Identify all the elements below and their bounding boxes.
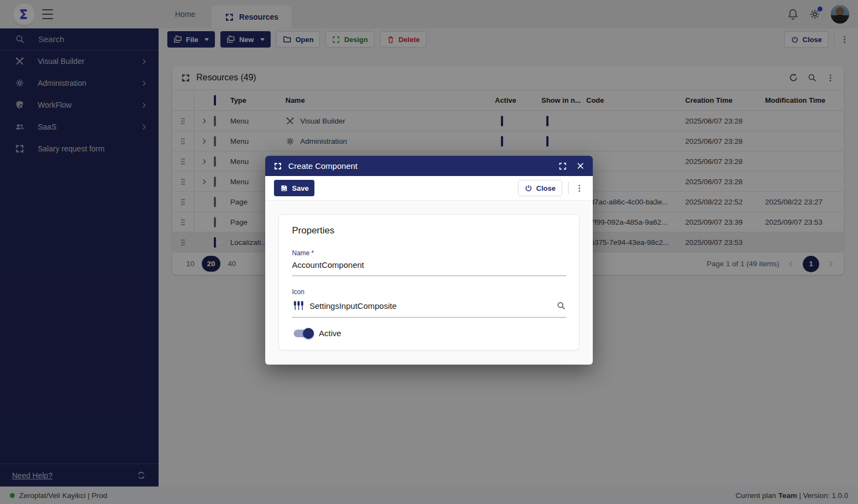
name-field: Name * AccountComponent <box>292 249 566 276</box>
icon-picker-search-icon[interactable] <box>556 301 566 310</box>
save-floppy-icon <box>280 184 288 192</box>
name-field-input[interactable]: AccountComponent <box>292 260 566 276</box>
create-component-modal: Create Component Save Close Properties N… <box>265 156 593 365</box>
settings-input-composite-icon <box>292 299 305 312</box>
properties-panel: Properties Name * AccountComponent Icon … <box>278 214 580 350</box>
modal-kebab-menu-icon[interactable] <box>575 184 584 193</box>
save-button[interactable]: Save <box>274 180 314 196</box>
icon-field-input[interactable]: SettingsInputComposite <box>310 301 552 310</box>
modal-toolbar: Save Close <box>265 176 593 201</box>
properties-title: Properties <box>292 225 566 236</box>
active-toggle[interactable] <box>294 330 312 337</box>
fullscreen-icon[interactable] <box>558 162 567 171</box>
icon-field-label: Icon <box>292 288 566 296</box>
modal-close-button[interactable]: Close <box>518 180 562 196</box>
modal-body: Properties Name * AccountComponent Icon … <box>265 201 593 365</box>
active-toggle-label: Active <box>319 329 341 338</box>
modal-header[interactable]: Create Component <box>265 156 593 176</box>
active-toggle-row: Active <box>292 329 566 338</box>
modal-close-button-label: Close <box>536 184 556 192</box>
name-field-label: Name * <box>292 249 566 257</box>
component-icon <box>273 162 282 171</box>
icon-field: Icon SettingsInputComposite <box>292 288 566 318</box>
modal-title: Create Component <box>288 161 358 171</box>
save-button-label: Save <box>292 184 308 192</box>
close-icon[interactable] <box>576 162 585 170</box>
power-icon <box>524 184 533 192</box>
divider <box>568 182 569 194</box>
